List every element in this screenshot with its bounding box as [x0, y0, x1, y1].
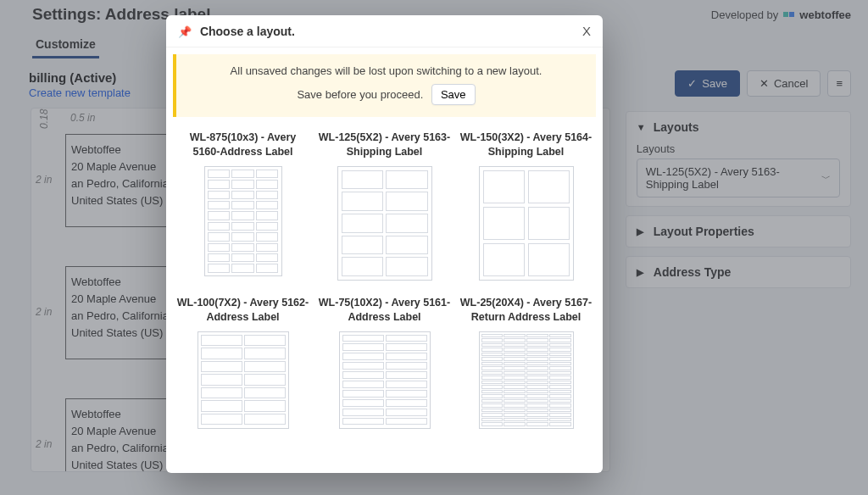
layout-preview-cell [549, 366, 571, 370]
layout-preview-cell [549, 343, 571, 348]
layout-preview-cell [549, 353, 571, 357]
layout-tile-title: WL-25(20X4) - Avery 5167-Return Address … [459, 296, 593, 325]
layout-preview-cell [386, 409, 427, 416]
layout-preview-cell [549, 394, 571, 398]
layout-preview [204, 166, 282, 276]
layout-preview-cell [481, 353, 504, 357]
layout-preview-cell [481, 422, 504, 426]
layout-preview-cell [526, 343, 548, 348]
layout-preview-cell [386, 353, 427, 360]
layout-preview-cell [231, 180, 254, 188]
layout-preview-cell [201, 387, 242, 399]
layout-preview-cell [231, 222, 254, 231]
layout-preview-cell [481, 366, 504, 370]
layout-preview-cell [504, 403, 526, 408]
layout-preview-cell [526, 338, 548, 342]
layout-preview-cell [481, 343, 504, 348]
modal-warning-line2: Save before you proceed. [297, 88, 423, 101]
layout-preview-cell [201, 374, 242, 386]
layout-preview-cell [386, 257, 428, 276]
modal-save-button[interactable]: Save [431, 84, 476, 105]
layout-preview-cell [526, 371, 548, 375]
layout-preview-cell [526, 403, 548, 408]
layout-tile-title: WL-150(3X2) - Avery 5164-Shipping Label [459, 131, 593, 159]
layout-preview-cell [526, 409, 548, 413]
layout-preview-cell [342, 214, 384, 233]
layout-preview-cell [231, 201, 254, 209]
layout-preview-cell [549, 357, 571, 361]
layout-preview-cell [386, 170, 428, 190]
layout-preview-cell [549, 403, 571, 408]
layout-preview-cell [386, 214, 428, 233]
layout-tile[interactable]: WL-150(3X2) - Avery 5164-Shipping Label [459, 131, 593, 281]
layout-preview-cell [256, 191, 279, 199]
layout-preview [339, 331, 431, 429]
layout-preview-cell [342, 390, 384, 398]
layout-preview-cell [244, 400, 286, 412]
layout-preview-cell [481, 338, 504, 342]
layout-preview-cell [528, 243, 570, 276]
modal-warning: All unsaved changes will be lost upon sw… [173, 54, 596, 117]
layout-preview-cell [481, 371, 504, 375]
layout-tile-title: WL-125(5X2) - Avery 5163-Shipping Label [318, 131, 451, 159]
modal-title-wrap: 📌 Choose a layout. [178, 25, 295, 38]
modal-warning-line2-wrap: Save before you proceed. Save [192, 84, 581, 105]
modal-warning-line1: All unsaved changes will be lost upon sw… [192, 64, 581, 77]
layout-tile-title: WL-100(7X2) - Avery 5162-Address Label [176, 296, 309, 325]
layout-preview-cell [386, 390, 427, 398]
layout-preview-cell [549, 422, 571, 426]
layout-preview-cell [244, 414, 286, 425]
layout-preview-cell [208, 201, 231, 209]
layout-preview-cell [231, 264, 254, 272]
layout-preview-cell [549, 413, 571, 417]
layout-preview-cell [342, 381, 384, 388]
layout-tile[interactable]: WL-25(20X4) - Avery 5167-Return Address … [459, 296, 593, 429]
layout-preview-cell [504, 394, 526, 398]
layout-preview-cell [201, 348, 242, 359]
layout-preview-cell [504, 399, 526, 403]
layout-preview-cell [483, 170, 525, 203]
layout-tile[interactable]: WL-875(10x3) - Avery 5160-Address Label [176, 131, 309, 281]
layout-preview-cell [481, 394, 504, 398]
layout-preview-cell [231, 191, 254, 199]
layout-preview-cell [386, 381, 427, 388]
layout-tile[interactable]: WL-100(7X2) - Avery 5162-Address Label [176, 296, 309, 429]
layout-preview-cell [481, 375, 504, 380]
modal-header: 📌 Choose a layout. X [166, 15, 603, 47]
modal-title: Choose a layout. [200, 25, 295, 38]
layout-preview-cell [549, 338, 571, 342]
layout-preview-cell [481, 334, 504, 338]
layout-tile[interactable]: WL-125(5X2) - Avery 5163-Shipping Label [318, 131, 451, 281]
layout-preview-cell [208, 264, 231, 272]
layout-preview-cell [549, 390, 571, 394]
layout-preview-cell [549, 375, 571, 380]
layout-preview-cell [256, 253, 279, 262]
layout-preview-cell [549, 409, 571, 413]
layout-preview-cell [244, 387, 286, 399]
layouts-grid: WL-875(10x3) - Avery 5160-Address LabelW… [176, 131, 593, 429]
layout-preview-cell [244, 374, 286, 386]
layout-preview-cell [256, 222, 279, 231]
layout-preview-cell [481, 413, 504, 417]
layout-preview-cell [481, 385, 504, 389]
layout-tile-title: WL-875(10x3) - Avery 5160-Address Label [176, 131, 309, 159]
layout-preview-cell [504, 375, 526, 380]
layout-preview-cell [549, 418, 571, 422]
layout-preview-cell [208, 232, 231, 241]
layout-preview-cell [526, 348, 548, 352]
modal-close-button[interactable]: X [582, 24, 591, 38]
layout-tile[interactable]: WL-75(10X2) - Avery 5161-Address Label [318, 296, 451, 429]
layout-preview-cell [504, 371, 526, 375]
layout-preview-cell [504, 357, 526, 361]
layout-preview-cell [526, 334, 548, 338]
layouts-scroll[interactable]: WL-875(10x3) - Avery 5160-Address LabelW… [166, 119, 603, 473]
layout-preview-cell [386, 418, 427, 425]
layout-preview-cell [504, 413, 526, 417]
layout-preview-cell [504, 362, 526, 366]
layout-preview-cell [256, 264, 279, 272]
layout-preview-cell [256, 211, 279, 220]
layout-preview-cell [526, 422, 548, 426]
layout-preview-cell [504, 343, 526, 348]
layout-preview-cell [504, 366, 526, 370]
layout-preview-cell [342, 236, 384, 255]
